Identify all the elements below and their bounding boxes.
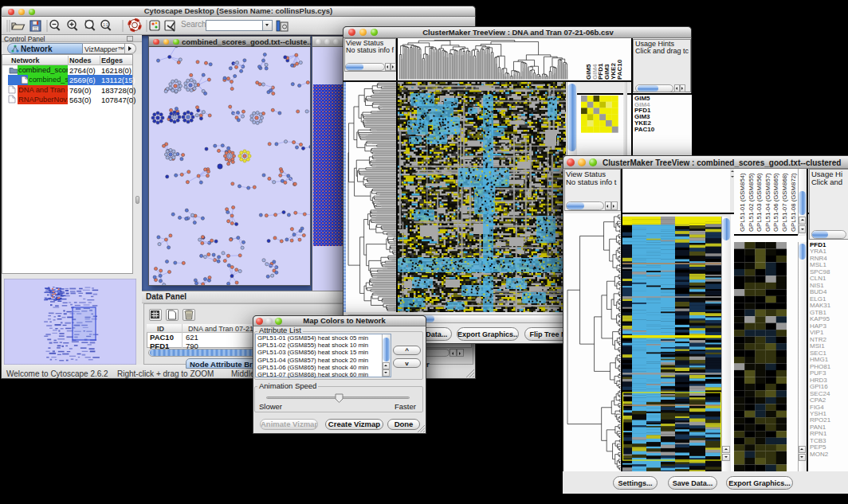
svg-text:1:1: 1:1	[103, 23, 108, 27]
